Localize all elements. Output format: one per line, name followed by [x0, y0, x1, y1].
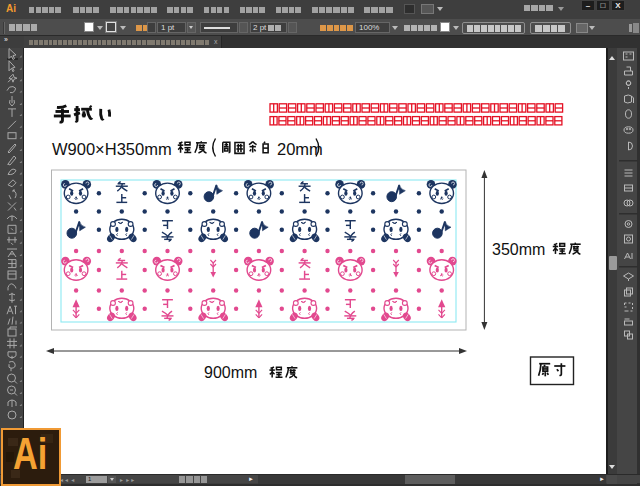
svg-text:W900×H350mm: W900×H350mm [52, 140, 172, 158]
svg-text:20mm: 20mm [277, 140, 323, 158]
svg-text:900mm: 900mm [204, 364, 257, 381]
svg-text:350mm: 350mm [492, 241, 545, 258]
